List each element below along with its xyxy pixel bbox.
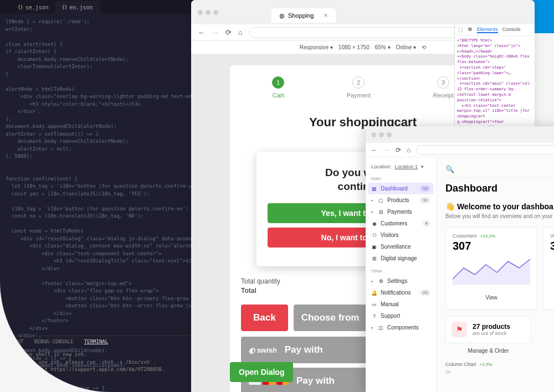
- stat-value: 33: [550, 240, 554, 252]
- sidebar-section-other: Other: [366, 264, 436, 275]
- dashboard-address-bar: ← → ⟳ ⌂: [366, 143, 554, 157]
- forward-icon[interactable]: →: [212, 28, 219, 37]
- home-icon[interactable]: ⌂: [238, 28, 243, 37]
- visitors-icon: ⚇: [371, 232, 377, 238]
- gear-icon: ⚙: [378, 278, 384, 284]
- stat-card-visitors: Visitors 33: [543, 227, 554, 310]
- editor-tab-se[interactable]: {}se.json: [11, 1, 55, 14]
- sidebar-item-visitors[interactable]: ⚇Visitors: [366, 229, 436, 241]
- back-button[interactable]: Back: [241, 305, 288, 331]
- tab-output[interactable]: OUTPUT: [6, 339, 24, 344]
- dashboard-body: Location: Location 1 ▾ Main ▦Dashboard12…: [366, 157, 554, 392]
- alert-subtitle: are out of stock: [473, 331, 510, 336]
- column-chart-header: Column Chart +3.5%: [445, 362, 554, 367]
- book-icon: ▭: [371, 301, 377, 307]
- editor-tab-en[interactable]: {}en.json: [55, 1, 100, 14]
- stat-label: Visitors: [550, 233, 554, 239]
- swish-logo: ◐ swish: [249, 346, 277, 354]
- dashboard-main: 🔍 Dashboard 👋 Welcome to your dashboard!…: [437, 157, 554, 392]
- products-icon: ▢: [378, 197, 384, 203]
- devtools-tabs: ⬚ 🛇 Elements Console: [455, 24, 535, 36]
- manage-link[interactable]: Manage & Order: [445, 348, 531, 354]
- back-icon[interactable]: ←: [371, 146, 378, 154]
- signage-icon: ⊞: [371, 255, 377, 261]
- sidebar-item-surveillance[interactable]: ▣Surveillance: [366, 241, 436, 252]
- sidebar-item-notifications[interactable]: 🔔Notifications23: [366, 287, 436, 298]
- terminal-body[interactable]: teractive shell is now zsh. account to u…: [6, 351, 191, 381]
- dashboard-browser-window: × ← → ⟳ ⌂ Location: Location 1 ▾ Main ▦D…: [366, 126, 554, 392]
- chart-axis-tick: 20: [445, 369, 554, 374]
- zoom-level[interactable]: 65% ▾: [375, 44, 391, 50]
- rotate-icon[interactable]: ⟲: [422, 44, 426, 50]
- forward-icon[interactable]: →: [383, 146, 390, 154]
- url-input[interactable]: [416, 145, 554, 155]
- caret-icon: ▸: [371, 210, 373, 214]
- tab-elements[interactable]: Elements: [477, 27, 498, 33]
- sparkline-chart: [453, 257, 530, 285]
- help-icon: ?: [371, 313, 377, 319]
- browser-chrome: ◍ Shopping ×: [191, 0, 535, 24]
- view-link[interactable]: View: [453, 291, 530, 304]
- sidebar-item-settings[interactable]: ▸⚙Settings: [366, 275, 436, 287]
- stat-value: 307: [453, 240, 530, 252]
- tab-console[interactable]: Console: [502, 27, 521, 33]
- window-controls[interactable]: [198, 10, 218, 15]
- sidebar-item-products[interactable]: ▸▢Products31: [366, 194, 436, 206]
- chart-delta: +3.5%: [480, 362, 493, 367]
- stat-label: Customers+33.2%: [453, 233, 530, 239]
- flag-icon: ⚑: [452, 322, 467, 337]
- tab-terminal[interactable]: TERMINAL: [84, 339, 108, 344]
- back-icon[interactable]: ←: [198, 28, 205, 37]
- inspect-icon[interactable]: ⬚: [458, 27, 463, 33]
- json-icon: {}: [62, 4, 68, 11]
- step-receipt[interactable]: 3Receipt: [433, 76, 453, 99]
- alert-title: 27 products: [473, 323, 510, 331]
- location-selector[interactable]: Location: Location 1 ▾: [366, 162, 436, 172]
- network-mode[interactable]: Online ▾: [396, 44, 417, 50]
- search-row: 🔍: [445, 165, 554, 178]
- dom-tree[interactable]: <!DOCTYPE html> <html lang="en" class="j…: [455, 36, 535, 135]
- sidebar-item-payments[interactable]: ▸⊟Payments: [366, 206, 436, 218]
- sidebar-item-manual[interactable]: ▭Manual: [366, 298, 436, 310]
- stat-cards: Customers+33.2% 307 View Visitors 33: [445, 227, 554, 310]
- search-icon[interactable]: 🔍: [445, 165, 454, 173]
- checkout-steps: 1Cart 2Payment 3Receipt: [241, 76, 485, 99]
- sidebar-item-components[interactable]: ▸◫Components: [366, 322, 436, 333]
- dashboard-chrome: ×: [366, 126, 554, 143]
- caret-icon: ▸: [371, 326, 373, 330]
- dashboard-icon: ▦: [371, 185, 377, 192]
- editor-tabs: {}se.json {}en.json: [0, 0, 197, 14]
- bell-icon: 🔔: [371, 290, 377, 296]
- customers-icon: ◉: [371, 220, 377, 226]
- home-icon[interactable]: ⌂: [407, 146, 411, 154]
- devtools-panel: ⬚ 🛇 Elements Console <!DOCTYPE html> <ht…: [454, 24, 535, 135]
- sidebar-item-dashboard[interactable]: ▦Dashboard12: [368, 183, 434, 194]
- stat-delta: +33.2%: [480, 234, 495, 239]
- stat-card-customers: Customers+33.2% 307 View: [445, 227, 537, 310]
- device-icon[interactable]: 🛇: [468, 27, 473, 33]
- payments-icon: ⊟: [378, 209, 384, 215]
- welcome-subtitle: Below you will find an overview and on y…: [445, 213, 554, 219]
- responsive-mode[interactable]: Responsive ▾: [300, 44, 333, 50]
- viewport-dims[interactable]: 1080 × 1750: [338, 44, 370, 50]
- sidebar-item-support[interactable]: ?Support: [366, 310, 436, 322]
- step-cart[interactable]: 1Cart: [272, 76, 284, 99]
- tab-debug[interactable]: DEBUG CONSOLE: [34, 339, 73, 344]
- close-icon[interactable]: ×: [324, 12, 328, 19]
- sidebar-item-signage[interactable]: ⊞Digital signage: [366, 252, 436, 264]
- browser-tab-shopping[interactable]: ◍ Shopping ×: [271, 8, 336, 23]
- globe-icon: ◍: [279, 12, 285, 19]
- sidebar: Location: Location 1 ▾ Main ▦Dashboard12…: [366, 157, 437, 392]
- sidebar-item-customers[interactable]: ◉Customers4: [366, 218, 436, 229]
- code-editor-window: {}se.json {}en.json ltNode } = require('…: [0, 0, 197, 392]
- reload-icon[interactable]: ⟳: [396, 146, 401, 154]
- step-payment[interactable]: 2Payment: [347, 76, 371, 99]
- chevron-down-icon: ▾: [421, 164, 424, 169]
- stock-alert-card[interactable]: ⚑ 27 products are out of stock: [445, 316, 531, 343]
- terminal-tabs: OUTPUT DEBUG CONSOLE TERMINAL: [0, 336, 197, 348]
- components-icon: ◫: [378, 324, 384, 331]
- reload-icon[interactable]: ⟳: [225, 28, 232, 37]
- welcome-heading: 👋 Welcome to your dashboard!: [445, 202, 554, 211]
- open-dialog-button[interactable]: Open Dialog: [230, 362, 293, 382]
- window-controls[interactable]: [371, 132, 392, 137]
